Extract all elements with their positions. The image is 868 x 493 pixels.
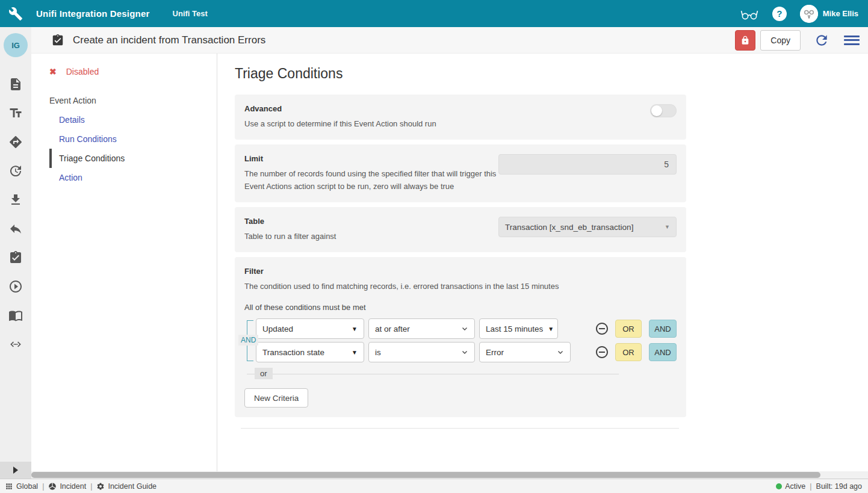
- and-button[interactable]: AND: [649, 320, 677, 338]
- event-action-icon: [51, 34, 64, 47]
- condition-field-select[interactable]: Transaction state ▼: [256, 342, 364, 362]
- menu-icon[interactable]: [844, 34, 860, 46]
- directions-icon[interactable]: [8, 135, 23, 149]
- caret-down-icon: ▼: [347, 349, 358, 356]
- advanced-label: Advanced: [244, 104, 498, 113]
- advanced-toggle[interactable]: [650, 104, 677, 117]
- gear-icon: [96, 482, 105, 491]
- nav-item-action[interactable]: Action: [49, 168, 217, 187]
- user-menu[interactable]: Mike Ellis: [800, 5, 858, 23]
- nav-item-run-conditions[interactable]: Run Conditions: [49, 129, 217, 149]
- active-status-label: Active: [785, 482, 805, 491]
- apps-grid-icon: [5, 482, 13, 491]
- book-icon[interactable]: [8, 308, 23, 323]
- copy-button[interactable]: Copy: [760, 30, 801, 51]
- section-heading: Triage Conditions: [235, 66, 868, 82]
- or-button[interactable]: OR: [615, 343, 642, 361]
- and-button[interactable]: AND: [649, 343, 677, 361]
- table-select[interactable]: Transaction [x_snd_eb_transaction] ▼: [498, 217, 677, 237]
- history-icon[interactable]: [8, 164, 23, 178]
- new-criteria-button[interactable]: New Criteria: [244, 388, 308, 408]
- chevron-down-icon: [557, 349, 564, 356]
- record-title-bar: Create an incident from Transaction Erro…: [31, 27, 868, 54]
- document-icon[interactable]: [8, 77, 23, 91]
- caret-down-icon: ▼: [543, 326, 554, 332]
- condition-value-select[interactable]: Error: [479, 342, 571, 362]
- match-all-label: All of these conditions must be met: [244, 303, 677, 312]
- scope-picker[interactable]: Global: [5, 482, 38, 491]
- condition-operator-select[interactable]: at or after: [368, 318, 475, 339]
- text-fields-icon[interactable]: [8, 106, 23, 120]
- undo-icon[interactable]: [8, 222, 23, 236]
- field-value: Transaction state: [262, 348, 324, 357]
- play-circle-icon[interactable]: [8, 279, 23, 294]
- limit-input[interactable]: [498, 154, 677, 175]
- wrench-icon[interactable]: [0, 7, 31, 21]
- operator-value: at or after: [375, 324, 410, 333]
- condition-operator-select[interactable]: is: [368, 342, 475, 362]
- app-title: Unifi Integration Designer: [36, 8, 150, 19]
- lock-button[interactable]: [735, 30, 755, 51]
- integration-avatar[interactable]: IG: [4, 33, 28, 57]
- advanced-description: Use a script to determine if this Event …: [244, 117, 498, 130]
- download-icon[interactable]: [8, 193, 23, 207]
- scope-label: Global: [16, 482, 38, 491]
- remove-condition-icon[interactable]: [595, 321, 609, 336]
- filter-label: Filter: [244, 267, 677, 276]
- condition-field-select[interactable]: Updated ▼: [256, 318, 364, 339]
- x-icon: ✖: [49, 67, 57, 76]
- nav-section-title: Event Action: [49, 96, 217, 105]
- table-select-value: Transaction [x_snd_eb_transaction]: [505, 223, 633, 232]
- field-value: Updated: [262, 324, 293, 333]
- separator: |: [810, 482, 811, 491]
- limit-description: The number of records found using the sp…: [244, 167, 498, 193]
- active-status-dot: [776, 483, 782, 489]
- user-avatar: [800, 5, 818, 23]
- record-nav-panel: ✖ Disabled Event Action Details Run Cond…: [31, 54, 217, 471]
- scrollbar-thumb[interactable]: [31, 472, 820, 478]
- nav-item-triage-conditions[interactable]: Triage Conditions: [49, 149, 217, 168]
- code-icon[interactable]: [8, 337, 23, 352]
- value-value: Last 15 minutes: [486, 324, 543, 333]
- task-check-icon[interactable]: [8, 250, 23, 265]
- or-separator: or: [244, 368, 619, 381]
- app-picker[interactable]: Incident: [48, 482, 86, 491]
- filter-description: The condition used to find matching reco…: [244, 280, 677, 293]
- or-button[interactable]: OR: [615, 320, 642, 338]
- operator-value: is: [375, 348, 381, 357]
- separator: |: [90, 482, 92, 491]
- toggle-knob: [651, 105, 662, 116]
- app-header: Unifi Integration Designer Unifi Test ?: [0, 0, 868, 27]
- remove-condition-icon[interactable]: [595, 345, 609, 359]
- table-card: Table Table to run a filter against Tran…: [235, 207, 686, 252]
- nav-item-details[interactable]: Details: [49, 110, 217, 129]
- user-name: Mike Ellis: [823, 9, 858, 18]
- help-icon[interactable]: ?: [772, 7, 787, 21]
- guide-picker[interactable]: Incident Guide: [96, 482, 157, 491]
- condition-row: Updated ▼ at or after Last 15 minutes ▼: [256, 318, 677, 340]
- filter-card: Filter The condition used to find matchi…: [235, 257, 686, 417]
- app-label: Incident: [60, 482, 86, 491]
- disabled-label: Disabled: [66, 67, 99, 76]
- expand-sidebar-button[interactable]: [0, 462, 31, 479]
- advanced-card: Advanced Use a script to determine if th…: [235, 95, 686, 140]
- main-content: Triage Conditions Advanced Use a script …: [218, 54, 868, 471]
- disabled-status: ✖ Disabled: [49, 67, 217, 76]
- guide-label: Incident Guide: [108, 482, 157, 491]
- right-arrow-icon: [13, 467, 18, 474]
- glasses-icon[interactable]: [740, 6, 759, 22]
- caret-down-icon: ▼: [665, 224, 670, 230]
- value-value: Error: [486, 348, 504, 357]
- separator: |: [42, 482, 44, 491]
- refresh-icon[interactable]: [814, 33, 829, 48]
- table-description: Table to run a filter against: [244, 230, 498, 243]
- condition-value-select[interactable]: Last 15 minutes ▼: [479, 318, 558, 339]
- environment-name: Unifi Test: [173, 9, 208, 18]
- incident-pie-icon: [48, 482, 57, 491]
- limit-card: Limit The number of records found using …: [235, 144, 686, 202]
- condition-row: Transaction state ▼ is Error: [256, 341, 677, 363]
- or-chip: or: [255, 368, 273, 379]
- page-title: Create an incident from Transaction Erro…: [73, 34, 265, 46]
- built-label: Built: 19d ago: [816, 482, 862, 491]
- status-bar: Global | Incident | Incident Guide Activ…: [0, 479, 868, 493]
